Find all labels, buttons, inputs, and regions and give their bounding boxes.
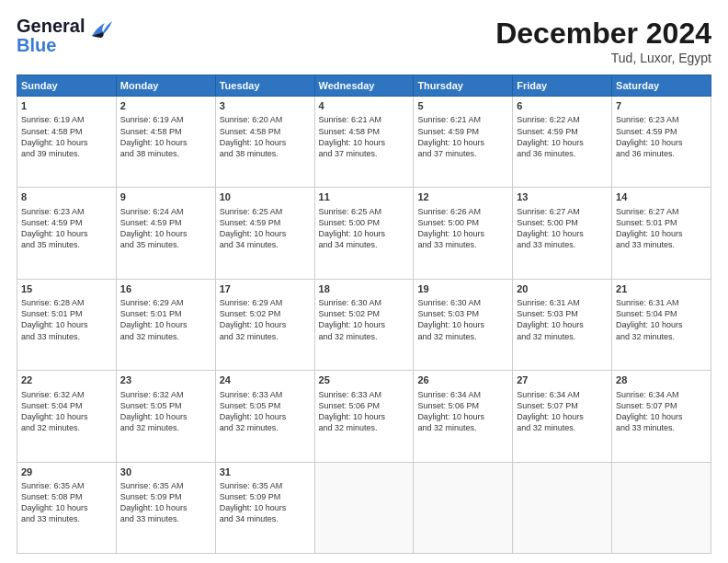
- calendar-cell: 17Sunrise: 6:29 AM Sunset: 5:02 PM Dayli…: [215, 279, 314, 370]
- day-info: Sunrise: 6:31 AM Sunset: 5:04 PM Dayligh…: [616, 297, 707, 342]
- header-tuesday: Tuesday: [215, 75, 314, 97]
- day-number: 2: [120, 99, 211, 113]
- day-info: Sunrise: 6:33 AM Sunset: 5:06 PM Dayligh…: [319, 389, 410, 434]
- day-info: Sunrise: 6:33 AM Sunset: 5:05 PM Dayligh…: [220, 389, 311, 434]
- day-info: Sunrise: 6:23 AM Sunset: 4:59 PM Dayligh…: [616, 114, 707, 159]
- header-wednesday: Wednesday: [314, 75, 414, 97]
- day-info: Sunrise: 6:30 AM Sunset: 5:03 PM Dayligh…: [417, 297, 508, 342]
- calendar-cell: 10Sunrise: 6:25 AM Sunset: 4:59 PM Dayli…: [215, 188, 314, 279]
- calendar-cell: 6Sunrise: 6:22 AM Sunset: 4:59 PM Daylig…: [513, 97, 612, 188]
- page: General Blue December 2024 Tud, Luxor, E…: [0, 0, 728, 563]
- weekday-header-row: Sunday Monday Tuesday Wednesday Thursday…: [17, 75, 711, 97]
- calendar-week-5: 29Sunrise: 6:35 AM Sunset: 5:08 PM Dayli…: [17, 462, 711, 553]
- day-number: 20: [517, 282, 608, 296]
- day-number: 19: [417, 282, 508, 296]
- day-info: Sunrise: 6:24 AM Sunset: 4:59 PM Dayligh…: [120, 206, 211, 251]
- calendar-cell: 30Sunrise: 6:35 AM Sunset: 5:09 PM Dayli…: [116, 462, 215, 553]
- day-info: Sunrise: 6:29 AM Sunset: 5:01 PM Dayligh…: [120, 297, 211, 342]
- logo-line2: Blue: [17, 36, 85, 55]
- calendar-cell: 1Sunrise: 6:19 AM Sunset: 4:58 PM Daylig…: [17, 97, 117, 188]
- calendar-cell: [414, 462, 513, 553]
- calendar-week-2: 8Sunrise: 6:23 AM Sunset: 4:59 PM Daylig…: [17, 188, 711, 279]
- day-info: Sunrise: 6:28 AM Sunset: 5:01 PM Dayligh…: [21, 297, 112, 342]
- calendar-cell: 11Sunrise: 6:25 AM Sunset: 5:00 PM Dayli…: [314, 188, 414, 279]
- calendar-week-1: 1Sunrise: 6:19 AM Sunset: 4:58 PM Daylig…: [17, 97, 711, 188]
- day-info: Sunrise: 6:27 AM Sunset: 5:01 PM Dayligh…: [616, 206, 707, 251]
- day-number: 31: [220, 465, 311, 479]
- day-number: 21: [616, 282, 707, 296]
- day-info: Sunrise: 6:22 AM Sunset: 4:59 PM Dayligh…: [517, 114, 608, 159]
- calendar-cell: [314, 462, 414, 553]
- calendar-cell: 27Sunrise: 6:34 AM Sunset: 5:07 PM Dayli…: [513, 371, 612, 462]
- calendar-cell: 24Sunrise: 6:33 AM Sunset: 5:05 PM Dayli…: [215, 371, 314, 462]
- calendar-cell: 23Sunrise: 6:32 AM Sunset: 5:05 PM Dayli…: [116, 371, 215, 462]
- logo: General Blue: [17, 17, 114, 55]
- day-number: 16: [120, 282, 211, 296]
- day-info: Sunrise: 6:35 AM Sunset: 5:09 PM Dayligh…: [220, 480, 311, 525]
- day-info: Sunrise: 6:21 AM Sunset: 4:58 PM Dayligh…: [319, 114, 410, 159]
- header-sunday: Sunday: [17, 75, 117, 97]
- logo-line1: General: [17, 17, 85, 36]
- calendar-cell: 7Sunrise: 6:23 AM Sunset: 4:59 PM Daylig…: [612, 97, 711, 188]
- day-number: 1: [21, 99, 112, 113]
- calendar-cell: 21Sunrise: 6:31 AM Sunset: 5:04 PM Dayli…: [612, 279, 711, 370]
- day-info: Sunrise: 6:34 AM Sunset: 5:06 PM Dayligh…: [417, 389, 508, 434]
- day-info: Sunrise: 6:19 AM Sunset: 4:58 PM Dayligh…: [21, 114, 112, 159]
- day-number: 8: [21, 190, 112, 204]
- calendar-cell: 29Sunrise: 6:35 AM Sunset: 5:08 PM Dayli…: [17, 462, 117, 553]
- calendar-cell: 9Sunrise: 6:24 AM Sunset: 4:59 PM Daylig…: [116, 188, 215, 279]
- logo-icon: [88, 19, 114, 43]
- day-info: Sunrise: 6:21 AM Sunset: 4:59 PM Dayligh…: [417, 114, 508, 159]
- calendar-week-3: 15Sunrise: 6:28 AM Sunset: 5:01 PM Dayli…: [17, 279, 711, 370]
- day-number: 18: [319, 282, 410, 296]
- header-monday: Monday: [116, 75, 215, 97]
- day-number: 24: [220, 373, 311, 387]
- day-info: Sunrise: 6:35 AM Sunset: 5:08 PM Dayligh…: [21, 480, 112, 525]
- calendar-cell: 28Sunrise: 6:34 AM Sunset: 5:07 PM Dayli…: [612, 371, 711, 462]
- calendar-cell: 22Sunrise: 6:32 AM Sunset: 5:04 PM Dayli…: [17, 371, 117, 462]
- calendar-cell: 26Sunrise: 6:34 AM Sunset: 5:06 PM Dayli…: [414, 371, 513, 462]
- day-number: 29: [21, 465, 112, 479]
- calendar-cell: 5Sunrise: 6:21 AM Sunset: 4:59 PM Daylig…: [414, 97, 513, 188]
- calendar-cell: 12Sunrise: 6:26 AM Sunset: 5:00 PM Dayli…: [414, 188, 513, 279]
- day-number: 17: [220, 282, 311, 296]
- calendar-cell: 3Sunrise: 6:20 AM Sunset: 4:58 PM Daylig…: [215, 97, 314, 188]
- calendar-week-4: 22Sunrise: 6:32 AM Sunset: 5:04 PM Dayli…: [17, 371, 711, 462]
- subtitle: Tud, Luxor, Egypt: [495, 51, 711, 65]
- calendar-cell: 2Sunrise: 6:19 AM Sunset: 4:58 PM Daylig…: [116, 97, 215, 188]
- day-info: Sunrise: 6:35 AM Sunset: 5:09 PM Dayligh…: [120, 480, 211, 525]
- calendar-cell: 25Sunrise: 6:33 AM Sunset: 5:06 PM Dayli…: [314, 371, 414, 462]
- day-info: Sunrise: 6:20 AM Sunset: 4:58 PM Dayligh…: [220, 114, 311, 159]
- header: General Blue December 2024 Tud, Luxor, E…: [17, 17, 711, 65]
- day-number: 5: [417, 99, 508, 113]
- header-thursday: Thursday: [414, 75, 513, 97]
- calendar-cell: 19Sunrise: 6:30 AM Sunset: 5:03 PM Dayli…: [414, 279, 513, 370]
- calendar-cell: 14Sunrise: 6:27 AM Sunset: 5:01 PM Dayli…: [612, 188, 711, 279]
- calendar-cell: 16Sunrise: 6:29 AM Sunset: 5:01 PM Dayli…: [116, 279, 215, 370]
- header-friday: Friday: [513, 75, 612, 97]
- day-info: Sunrise: 6:26 AM Sunset: 5:00 PM Dayligh…: [417, 206, 508, 251]
- day-number: 7: [616, 99, 707, 113]
- calendar-cell: 4Sunrise: 6:21 AM Sunset: 4:58 PM Daylig…: [314, 97, 414, 188]
- title-area: December 2024 Tud, Luxor, Egypt: [495, 17, 711, 65]
- day-number: 28: [616, 373, 707, 387]
- day-info: Sunrise: 6:32 AM Sunset: 5:05 PM Dayligh…: [120, 389, 211, 434]
- day-number: 13: [517, 190, 608, 204]
- day-info: Sunrise: 6:31 AM Sunset: 5:03 PM Dayligh…: [517, 297, 608, 342]
- day-info: Sunrise: 6:32 AM Sunset: 5:04 PM Dayligh…: [21, 389, 112, 434]
- day-number: 11: [319, 190, 410, 204]
- day-info: Sunrise: 6:25 AM Sunset: 4:59 PM Dayligh…: [220, 206, 311, 251]
- day-info: Sunrise: 6:34 AM Sunset: 5:07 PM Dayligh…: [616, 389, 707, 434]
- calendar-cell: [513, 462, 612, 553]
- day-info: Sunrise: 6:23 AM Sunset: 4:59 PM Dayligh…: [21, 206, 112, 251]
- calendar-cell: 15Sunrise: 6:28 AM Sunset: 5:01 PM Dayli…: [17, 279, 117, 370]
- day-number: 27: [517, 373, 608, 387]
- day-info: Sunrise: 6:19 AM Sunset: 4:58 PM Dayligh…: [120, 114, 211, 159]
- calendar-cell: 13Sunrise: 6:27 AM Sunset: 5:00 PM Dayli…: [513, 188, 612, 279]
- day-number: 25: [319, 373, 410, 387]
- day-number: 6: [517, 99, 608, 113]
- calendar-header: Sunday Monday Tuesday Wednesday Thursday…: [17, 75, 711, 97]
- calendar-cell: [612, 462, 711, 553]
- day-info: Sunrise: 6:30 AM Sunset: 5:02 PM Dayligh…: [319, 297, 410, 342]
- day-number: 3: [220, 99, 311, 113]
